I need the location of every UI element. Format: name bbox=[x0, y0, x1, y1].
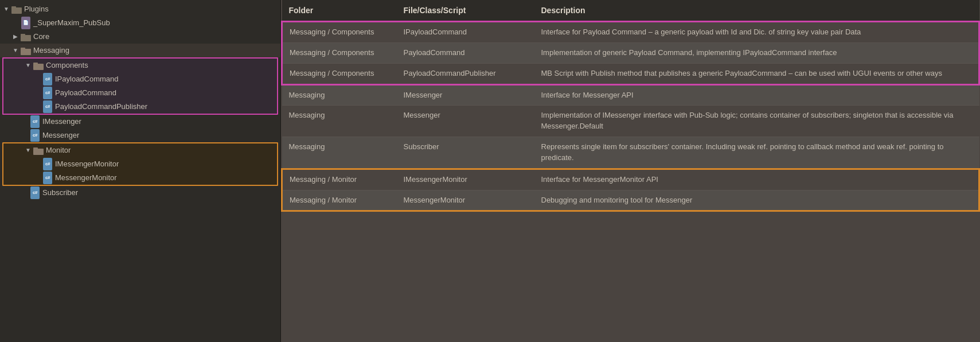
spacer-pc bbox=[33, 89, 41, 97]
cell-description-row6: Represents single item for subscribers' … bbox=[534, 137, 979, 169]
svg-rect-4 bbox=[21, 49, 31, 55]
expand-arrow-components[interactable] bbox=[24, 61, 32, 69]
svg-rect-2 bbox=[21, 35, 31, 41]
cs-icon-imessengermonitor: c# bbox=[42, 159, 53, 169]
tree-item-ipayloadcommand[interactable]: c# IPayloadCommand bbox=[3, 72, 277, 86]
cs-icon-ipayloadcommand: c# bbox=[42, 74, 53, 84]
tree-item-messaging[interactable]: Messaging bbox=[0, 44, 280, 57]
cell-fileClass-row2: PayloadCommand bbox=[397, 42, 534, 63]
project-tree-panel: Plugins 📄 _SuperMaxim_PubSub Core Messag… bbox=[0, 0, 281, 342]
spacer-imm bbox=[33, 160, 41, 168]
tree-label-messaging: Messaging bbox=[33, 45, 69, 56]
tree-item-core[interactable]: Core bbox=[0, 30, 280, 44]
tree-item-components[interactable]: Components bbox=[3, 59, 277, 72]
cell-fileClass-row6: Subscriber bbox=[397, 137, 534, 169]
tree-label-messenger: Messenger bbox=[42, 130, 79, 141]
spacer-im bbox=[21, 118, 29, 126]
tree-item-subscriber[interactable]: c# Subscriber bbox=[0, 186, 280, 200]
expand-arrow-core[interactable] bbox=[11, 33, 19, 41]
tree-label-plugins: Plugins bbox=[24, 3, 49, 15]
table-row: Messaging / ComponentsIPayloadCommandInt… bbox=[282, 22, 979, 43]
cell-description-row5: Implementation of IMessenger interface w… bbox=[534, 106, 979, 137]
tree-item-imessengermonitor[interactable]: c# IMessengerMonitor bbox=[3, 157, 277, 171]
tree-label-components: Components bbox=[46, 60, 88, 71]
cell-description-row1: Interface for Payload Command – a generi… bbox=[534, 22, 979, 43]
cell-folder-row8: Messaging / Monitor bbox=[282, 190, 397, 211]
tree-item-payloadcommand[interactable]: c# PayloadCommand bbox=[3, 86, 277, 100]
spacer-mm bbox=[33, 174, 41, 182]
expand-arrow-monitor[interactable] bbox=[24, 146, 32, 154]
table-row: Messaging / MonitorIMessengerMonitorInte… bbox=[282, 169, 979, 190]
tree-item-monitor[interactable]: Monitor bbox=[3, 143, 277, 157]
col-header-fileclass: File/Class/Script bbox=[397, 0, 534, 22]
cell-folder-row2: Messaging / Components bbox=[282, 42, 397, 63]
svg-rect-3 bbox=[21, 34, 25, 36]
tree-label-core: Core bbox=[33, 31, 49, 42]
folder-icon-monitor bbox=[33, 146, 44, 155]
cell-folder-row4: Messaging bbox=[282, 84, 397, 106]
svg-rect-0 bbox=[11, 7, 22, 14]
col-header-folder: Folder bbox=[282, 0, 397, 22]
spacer-sub bbox=[21, 189, 29, 197]
cs-icon-payloadcommand: c# bbox=[42, 88, 53, 98]
tree-label-payloadcommand: PayloadCommand bbox=[55, 87, 116, 99]
doc-icon-supermaxim: 📄 bbox=[21, 18, 31, 28]
cell-fileClass-row1: IPayloadCommand bbox=[397, 22, 534, 43]
tree-item-payloadcommandpublisher[interactable]: c# PayloadCommandPublisher bbox=[3, 100, 277, 114]
spacer-ipc bbox=[33, 75, 41, 83]
cell-fileClass-row7: IMessengerMonitor bbox=[397, 169, 534, 190]
tree-item-plugins[interactable]: Plugins bbox=[0, 2, 280, 16]
tree-label-ipayloadcommand: IPayloadCommand bbox=[55, 73, 119, 85]
cell-fileClass-row8: MessengerMonitor bbox=[397, 190, 534, 211]
expand-arrow-plugins[interactable] bbox=[2, 5, 10, 13]
tree-item-imessenger[interactable]: c# IMessenger bbox=[0, 115, 280, 129]
cell-fileClass-row4: IMessenger bbox=[397, 84, 534, 106]
cs-icon-imessenger: c# bbox=[30, 116, 40, 127]
folder-icon-plugins bbox=[11, 5, 22, 14]
tree-label-supermaxim: _SuperMaxim_PubSub bbox=[33, 17, 110, 29]
spacer-m bbox=[21, 131, 29, 139]
reference-table: Folder File/Class/Script Description Mes… bbox=[281, 0, 980, 212]
cs-icon-payloadcommandpublisher: c# bbox=[42, 102, 53, 112]
cell-folder-row5: Messaging bbox=[282, 106, 397, 137]
components-group: Components c# IPayloadCommand c# Payload… bbox=[2, 57, 278, 115]
cs-icon-messengermonitor: c# bbox=[42, 173, 53, 183]
tree-item-supermaxim[interactable]: 📄 _SuperMaxim_PubSub bbox=[0, 16, 280, 30]
svg-rect-8 bbox=[33, 149, 44, 155]
folder-icon-components bbox=[33, 61, 44, 70]
cell-folder-row1: Messaging / Components bbox=[282, 22, 397, 43]
spacer-supermaxim bbox=[11, 19, 19, 27]
tree-label-monitor: Monitor bbox=[46, 145, 71, 156]
expand-arrow-messaging[interactable] bbox=[11, 46, 19, 55]
spacer-pcp bbox=[33, 103, 41, 111]
svg-rect-1 bbox=[11, 6, 16, 8]
tree-item-messengermonitor[interactable]: c# MessengerMonitor bbox=[3, 171, 277, 185]
tree-label-subscriber: Subscriber bbox=[42, 187, 78, 199]
cs-icon-subscriber: c# bbox=[30, 188, 40, 198]
table-row: Messaging / ComponentsPayloadCommandPubl… bbox=[282, 63, 979, 84]
cell-description-row4: Interface for Messenger API bbox=[534, 84, 979, 106]
svg-rect-7 bbox=[33, 63, 38, 64]
svg-rect-9 bbox=[33, 147, 38, 149]
svg-rect-5 bbox=[21, 48, 25, 49]
tree-label-payloadcommandpublisher: PayloadCommandPublisher bbox=[55, 101, 147, 112]
cell-folder-row6: Messaging bbox=[282, 137, 397, 169]
table-row: Messaging / ComponentsPayloadCommandImpl… bbox=[282, 42, 979, 63]
table-row: MessagingSubscriberRepresents single ite… bbox=[282, 137, 979, 169]
monitor-group: Monitor c# IMessengerMonitor c# Messenge… bbox=[2, 142, 278, 186]
tree-item-messenger[interactable]: c# Messenger bbox=[0, 129, 280, 142]
tree-label-messengermonitor: MessengerMonitor bbox=[55, 172, 117, 184]
table-row: Messaging / MonitorMessengerMonitorDebug… bbox=[282, 190, 979, 211]
cell-description-row8: Debugging and monitoring tool for Messen… bbox=[534, 190, 979, 211]
cell-fileClass-row5: Messenger bbox=[397, 106, 534, 137]
cell-folder-row7: Messaging / Monitor bbox=[282, 169, 397, 190]
table-row: MessagingIMessengerInterface for Messeng… bbox=[282, 84, 979, 106]
cell-fileClass-row3: PayloadCommandPublisher bbox=[397, 63, 534, 84]
cell-description-row3: MB Script with Publish method that publi… bbox=[534, 63, 979, 84]
cell-description-row2: Implementation of generic Payload Comman… bbox=[534, 42, 979, 63]
cell-folder-row3: Messaging / Components bbox=[282, 63, 397, 84]
reference-table-panel: Folder File/Class/Script Description Mes… bbox=[281, 0, 980, 342]
folder-icon-core bbox=[21, 33, 31, 41]
table-header-row: Folder File/Class/Script Description bbox=[282, 0, 979, 22]
folder-icon-messaging bbox=[21, 46, 31, 55]
